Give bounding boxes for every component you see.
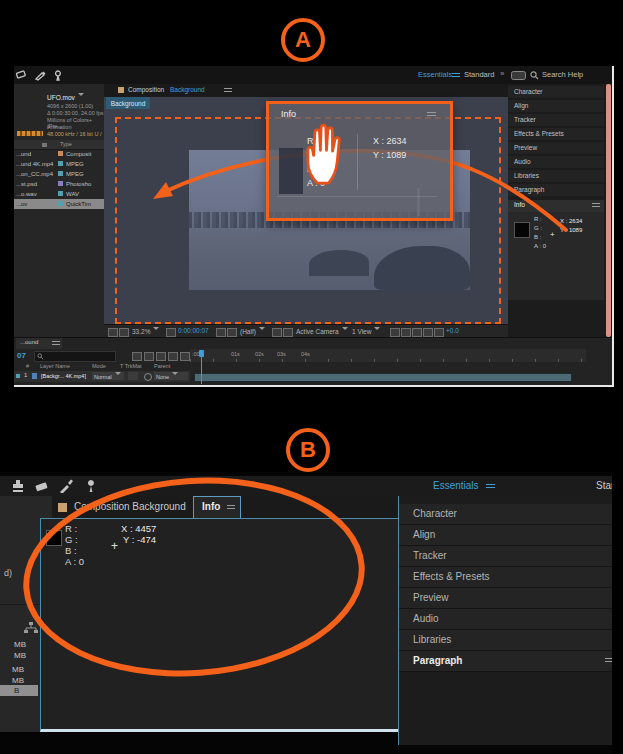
sidebar-item-audio[interactable]: Audio	[399, 609, 623, 630]
resolution-select[interactable]: (Half)	[240, 327, 265, 335]
sort-icon[interactable]	[42, 143, 47, 147]
viewer-icon[interactable]	[108, 328, 118, 337]
parent-pickwhip-icon[interactable]	[144, 373, 152, 381]
sidebar-item-label[interactable]: Preview	[514, 144, 537, 151]
flowchart-icon[interactable]	[423, 328, 433, 337]
workspace-menu-icon[interactable]	[486, 484, 495, 490]
search-help-label[interactable]: Search Help	[542, 70, 583, 79]
sidebar-item-audio[interactable]: Audio	[508, 156, 604, 168]
panel-menu-icon[interactable]	[427, 112, 436, 118]
sidebar-item-label[interactable]: Tracker	[413, 550, 447, 561]
project-row[interactable]: ...on_CC.mp4 MPEG	[14, 169, 104, 179]
workspace-essentials[interactable]: Essentials	[418, 70, 452, 79]
layer-name[interactable]: [Backgr... 4K.mp4]	[41, 373, 86, 379]
sidebar-item-label[interactable]: Effects & Presets	[413, 571, 490, 582]
tools-partial-icons[interactable]	[16, 70, 70, 81]
docked-info-header[interactable]: Info	[508, 200, 604, 212]
sidebar-item-label[interactable]: Preview	[413, 592, 449, 603]
parent-select[interactable]: None	[154, 372, 188, 380]
project-row[interactable]: ...st.psd Photosho	[14, 179, 104, 189]
sidebar-item-character[interactable]: Character	[508, 86, 604, 98]
comp-tab-name[interactable]: Background	[170, 86, 205, 93]
sidebar-item-label[interactable]: Align	[514, 102, 528, 109]
time-ruler[interactable]: :00s 01s 02s 03s 04s	[190, 349, 586, 362]
parent-value[interactable]: None	[156, 374, 169, 380]
sidebar-item-preview[interactable]: Preview	[508, 142, 604, 154]
sidebar-item-paragraph[interactable]: Paragraph	[399, 651, 623, 672]
view-layout-select[interactable]: 1 View	[352, 327, 380, 335]
sidebar-item-tracker[interactable]: Tracker	[508, 114, 604, 126]
trkmat-cell[interactable]	[128, 372, 138, 380]
exposure-value[interactable]: +0.0	[446, 327, 459, 334]
sidebar-item-label[interactable]: Libraries	[413, 634, 451, 645]
sidebar-item-align[interactable]: Align	[508, 100, 604, 112]
tab-info-label[interactable]: Info	[202, 501, 220, 512]
comp-tab-word[interactable]: Composition	[128, 86, 164, 93]
composition-mini-flowchart-icon[interactable]	[132, 352, 142, 361]
reset-exposure-icon[interactable]	[434, 328, 444, 337]
scrollbar[interactable]	[606, 84, 611, 337]
floating-info-title[interactable]: Info	[281, 109, 296, 119]
zoom-level[interactable]: 33.2%	[132, 327, 159, 335]
project-row-name[interactable]: ...ov	[16, 201, 27, 207]
camera-select[interactable]: Active Camera	[296, 327, 348, 335]
puppet-pin-tool-icon[interactable]	[84, 479, 98, 493]
timeline-tab-label[interactable]: ...ound	[20, 339, 38, 345]
tab-info-active[interactable]: Info	[193, 496, 241, 519]
snapshot-icon[interactable]	[216, 328, 226, 337]
viewer-timecode[interactable]: 0:00:00:07	[178, 327, 209, 334]
project-type-column[interactable]: Type	[60, 141, 72, 147]
grid-icon[interactable]	[283, 328, 293, 337]
panel-menu-icon[interactable]	[52, 341, 60, 347]
sidebar-item-label[interactable]: Effects & Presets	[514, 130, 564, 137]
sidebar-item-tracker[interactable]: Tracker	[399, 546, 623, 567]
workspace-bar-icon[interactable]	[511, 71, 526, 80]
sidebar-item-align[interactable]: Align	[399, 525, 623, 546]
project-row-name[interactable]: ...o.wav	[16, 191, 37, 197]
blend-mode-value[interactable]: Normal	[94, 374, 112, 380]
sidebar-item-label[interactable]: Align	[413, 529, 435, 540]
timeline-search-input[interactable]	[34, 351, 116, 362]
timeline-tab[interactable]: ...ound	[16, 338, 62, 349]
background-subtab-label[interactable]: Background	[111, 100, 146, 107]
docked-info-title[interactable]: Info	[514, 201, 525, 208]
layer-duration-bar[interactable]	[194, 373, 572, 382]
shy-icon[interactable]	[156, 352, 166, 361]
workspace-standard[interactable]: Standard	[464, 70, 494, 79]
floating-info-panel[interactable]: Info R : G : B : A : 0 X : 2634 Y : 1089	[266, 101, 453, 221]
sidebar-item-label[interactable]: Character	[413, 508, 457, 519]
project-row-name[interactable]: ...on_CC.mp4	[16, 171, 53, 177]
sidebar-item-label[interactable]: Tracker	[514, 116, 536, 123]
channels-icon[interactable]	[227, 328, 237, 337]
project-row[interactable]: ...und Composit	[14, 149, 104, 159]
sidebar-item-label[interactable]: Paragraph	[514, 186, 544, 193]
sidebar-item-effects-presets[interactable]: Effects & Presets	[399, 567, 623, 588]
panel-menu-icon[interactable]	[592, 203, 600, 209]
selected-row-highlight[interactable]: B	[0, 685, 38, 696]
sidebar-item-label[interactable]: Audio	[514, 158, 531, 165]
eraser-tool-icon[interactable]	[34, 480, 50, 493]
project-row-name[interactable]: ...st.psd	[16, 181, 37, 187]
layer-color-chip[interactable]	[16, 374, 20, 378]
layer-row[interactable]: 1 [Backgr... 4K.mp4] Normal None	[14, 371, 190, 382]
region-icon[interactable]	[272, 328, 282, 337]
sidebar-item-label[interactable]: Audio	[413, 613, 439, 624]
flowchart-icon[interactable]	[24, 622, 38, 634]
comp-tab-menu-icon[interactable]	[224, 88, 232, 94]
project-row-name[interactable]: ...und 4K.mp4	[16, 161, 53, 167]
sidebar-item-effects-presets[interactable]: Effects & Presets	[508, 128, 604, 140]
clone-stamp-tool-icon[interactable]	[10, 479, 26, 493]
ruler-icon[interactable]	[166, 328, 176, 337]
project-row[interactable]: ...o.wav WAV	[14, 189, 104, 199]
workspace-menu-icon[interactable]	[452, 73, 460, 79]
motion-blur-icon[interactable]	[168, 352, 178, 361]
viewer-icon[interactable]	[119, 328, 129, 337]
project-file-title[interactable]: UFO.mov	[47, 93, 84, 101]
background-subtab[interactable]: Background	[106, 97, 150, 109]
timeline-icon[interactable]	[412, 328, 422, 337]
current-frame[interactable]: 07	[17, 351, 26, 360]
project-row[interactable]: ...und 4K.mp4 MPEG	[14, 159, 104, 169]
roto-brush-tool-icon[interactable]	[58, 479, 74, 493]
playhead-line[interactable]	[201, 351, 202, 384]
sidebar-item-preview[interactable]: Preview	[399, 588, 623, 609]
